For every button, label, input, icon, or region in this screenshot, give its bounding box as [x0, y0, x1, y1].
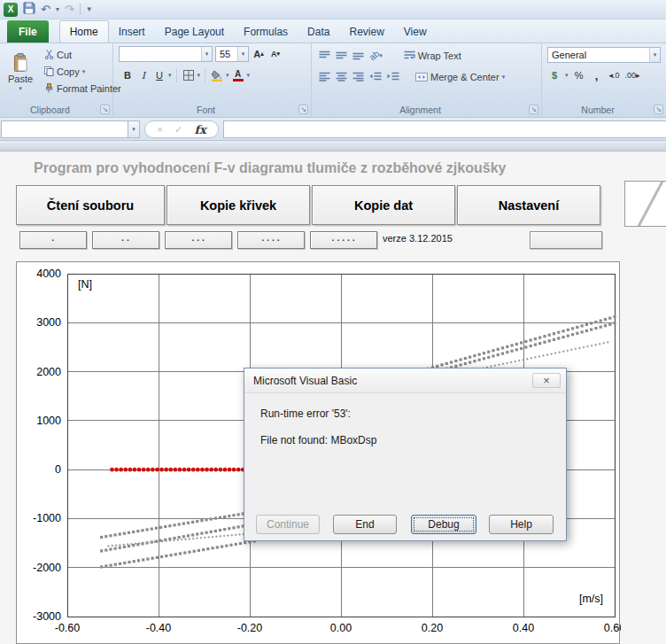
tab-formulas[interactable]: Formulas	[234, 21, 298, 43]
formula-input[interactable]	[223, 120, 666, 138]
small-button-4[interactable]: ▪ ▪ ▪ ▪	[237, 231, 305, 249]
small-button-2[interactable]: ▪ ▪	[92, 231, 159, 249]
dialog-close-button[interactable]: ×	[532, 373, 561, 388]
increase-decimal-button[interactable]: ◂.0	[608, 67, 622, 83]
font-dialog-launcher[interactable]: ↘	[298, 105, 308, 114]
cut-button[interactable]: Cut	[41, 46, 125, 63]
undo-button[interactable]: ↶	[41, 4, 50, 15]
svg-text:0.20: 0.20	[422, 622, 443, 634]
insert-function-button[interactable]: fx	[194, 123, 205, 136]
fill-color-button[interactable]	[210, 67, 224, 83]
tab-file[interactable]: File	[7, 20, 49, 43]
font-size-caret[interactable]: ▾	[237, 47, 248, 61]
decrease-indent-icon[interactable]	[369, 72, 382, 81]
alignment-dialog-launcher[interactable]: ↘	[529, 105, 538, 114]
kopie-krivek-button[interactable]: Kopie křivek	[166, 185, 310, 225]
dialog-message-line2: File not found: MBoxDsp	[260, 434, 376, 446]
borders-caret[interactable]: ▾	[197, 72, 201, 79]
tab-page-layout[interactable]: Page Layout	[155, 21, 234, 43]
title-bar[interactable]: X ↶ ▾ ↷ ▼	[0, 0, 666, 19]
undo-history-caret[interactable]: ▾	[56, 5, 59, 13]
small-button-1[interactable]: ▪	[19, 231, 87, 249]
end-button[interactable]: End	[333, 515, 397, 534]
format-painter-button[interactable]: Format Painter	[41, 80, 125, 97]
tab-home[interactable]: Home	[59, 20, 109, 43]
copy-button[interactable]: Copy ▾	[41, 63, 125, 80]
align-bottom-icon[interactable]	[352, 50, 364, 60]
name-box[interactable]	[1, 120, 128, 138]
paste-button[interactable]: Paste ▾	[4, 45, 37, 100]
paste-label: Paste	[8, 74, 33, 84]
tab-view[interactable]: View	[394, 21, 437, 43]
font-family-combo[interactable]: ▾	[119, 46, 213, 62]
align-center-icon[interactable]	[336, 72, 347, 81]
comma-style-button[interactable]: ,	[590, 67, 604, 83]
clipboard-group-label: Clipboard	[0, 105, 100, 115]
name-box-caret[interactable]: ▾	[128, 120, 140, 138]
wrap-text-button[interactable]: Wrap Text	[400, 47, 465, 64]
decrease-decimal-button[interactable]: .00▸	[625, 67, 640, 83]
debug-button[interactable]: Debug	[411, 515, 476, 534]
bold-button[interactable]: B	[120, 67, 135, 83]
help-button[interactable]: Help	[489, 515, 554, 534]
enter-icon[interactable]: ✓	[174, 124, 182, 136]
version-text: verze 3.12.2015	[383, 233, 453, 244]
tab-insert[interactable]: Insert	[109, 21, 155, 43]
qat-customize-button[interactable]: ▼	[86, 5, 93, 13]
save-button[interactable]	[23, 2, 35, 18]
wrap-text-label: Wrap Text	[418, 50, 461, 61]
orientation-button[interactable]: ab ▾	[369, 50, 383, 60]
number-group-label: Number	[542, 105, 654, 115]
number-dialog-launcher[interactable]: ↘	[654, 105, 663, 114]
merge-center-caret[interactable]: ▾	[502, 74, 506, 81]
clipboard-dialog-launcher[interactable]: ↘	[100, 105, 110, 114]
redo-button[interactable]: ↷	[65, 4, 74, 15]
underline-button[interactable]: U	[152, 67, 166, 83]
small-button-row: ▪ ▪ ▪ ▪ ▪ ▪ ▪ ▪ ▪ ▪ ▪ ▪ ▪ ▪ ▪	[19, 231, 377, 249]
number-format-combo[interactable]: General ▾	[547, 47, 661, 63]
font-family-caret[interactable]: ▾	[201, 47, 212, 61]
dialog-title-bar[interactable]: Microsoft Visual Basic ×	[244, 369, 566, 393]
borders-button[interactable]	[182, 67, 196, 83]
grow-font-button[interactable]: A▴	[252, 46, 266, 62]
small-button-blank[interactable]	[530, 231, 602, 249]
copy-caret[interactable]: ▾	[82, 68, 86, 75]
shrink-font-button[interactable]: A▾	[268, 46, 283, 62]
logo-slash	[635, 181, 665, 227]
kopie-dat-button[interactable]: Kopie dat	[312, 185, 455, 225]
page-title: Program pro vyhodnocení F-v diagramu tlu…	[34, 160, 506, 176]
underline-caret[interactable]: ▾	[168, 72, 172, 79]
tab-review[interactable]: Review	[339, 21, 393, 43]
tab-data[interactable]: Data	[298, 21, 339, 43]
fill-color-caret[interactable]: ▾	[226, 72, 229, 79]
align-left-icon[interactable]	[319, 72, 330, 81]
merge-center-button[interactable]: Merge & Center ▾	[412, 68, 508, 85]
nastaveni-button[interactable]: Nastavení	[457, 185, 600, 225]
ribbon-tab-strip: File Home Insert Page Layout Formulas Da…	[0, 19, 666, 43]
font-color-caret[interactable]: ▾	[247, 72, 251, 79]
dialog-message-line1: Run-time error '53':	[260, 407, 351, 420]
italic-button[interactable]: I	[136, 67, 151, 83]
font-group-separator	[176, 68, 177, 82]
small-button-3[interactable]: ▪ ▪ ▪	[165, 231, 232, 249]
cteni-souboru-button[interactable]: Čtení souboru	[16, 185, 165, 225]
number-format-caret[interactable]: ▾	[649, 48, 660, 62]
accounting-format-button[interactable]: $	[547, 67, 561, 83]
accounting-format-caret[interactable]: ▾	[565, 72, 569, 79]
cancel-icon[interactable]: ×	[157, 124, 162, 135]
align-top-icon[interactable]	[319, 50, 330, 60]
align-right-icon[interactable]	[352, 72, 364, 81]
svg-text:[N]: [N]	[78, 278, 92, 291]
font-size-combo[interactable]: 55 ▾	[215, 46, 249, 62]
continue-button[interactable]: Continue	[256, 515, 320, 534]
paste-caret[interactable]: ▾	[19, 85, 22, 92]
group-alignment: ab ▾ Wrap Text	[312, 43, 542, 117]
vba-error-dialog[interactable]: Microsoft Visual Basic × Run-time error …	[244, 368, 567, 541]
percent-style-button[interactable]: %	[572, 67, 586, 83]
increase-indent-icon[interactable]	[387, 72, 399, 81]
font-color-button[interactable]: A	[231, 67, 245, 83]
orientation-icon: ab	[368, 49, 382, 63]
align-middle-icon[interactable]	[336, 50, 347, 60]
svg-text:1000: 1000	[36, 415, 61, 427]
small-button-5[interactable]: ▪ ▪ ▪ ▪ ▪	[310, 231, 377, 249]
